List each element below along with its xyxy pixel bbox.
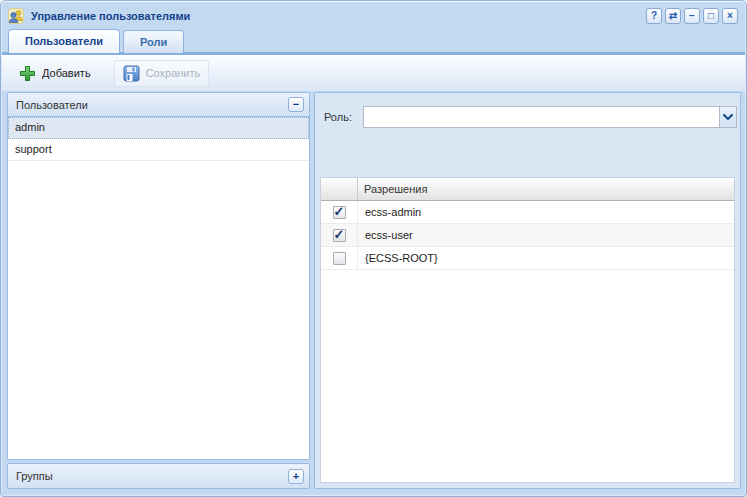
- refresh-button[interactable]: ⇄: [665, 8, 681, 24]
- add-button-label: Добавить: [42, 67, 91, 79]
- minimize-button[interactable]: −: [684, 8, 700, 24]
- toolbar: Добавить Сохранить: [2, 55, 745, 91]
- groups-panel-title: Группы: [16, 470, 288, 482]
- grid-header-permissions-col[interactable]: Разрешения: [358, 178, 734, 200]
- help-icon: ?: [651, 10, 657, 21]
- close-button[interactable]: ×: [722, 8, 738, 24]
- users-panel-title: Пользователи: [16, 99, 288, 111]
- collapse-users-button[interactable]: −: [288, 97, 304, 112]
- expand-groups-button[interactable]: +: [288, 469, 304, 484]
- permission-label: {ECSS-ROOT}: [358, 247, 734, 269]
- tab-bar: Пользователи Роли: [8, 29, 739, 53]
- minimize-icon: −: [689, 10, 695, 21]
- role-permissions-panel: Роль: Разрешения ✓ ecss-admin: [314, 92, 741, 489]
- save-floppy-icon: [123, 65, 140, 82]
- list-item-admin[interactable]: admin: [8, 117, 309, 139]
- maximize-button[interactable]: □: [703, 8, 719, 24]
- table-row[interactable]: ✓ ecss-user: [321, 224, 734, 247]
- left-column: Пользователи − admin support Группы +: [7, 92, 310, 489]
- checkbox-ecss-user[interactable]: ✓: [333, 229, 346, 242]
- window-controls: ? ⇄ − □ ×: [646, 8, 738, 24]
- table-row[interactable]: ✓ ecss-admin: [321, 201, 734, 224]
- groups-panel-collapsed[interactable]: Группы +: [7, 463, 310, 489]
- plus-icon: [19, 65, 36, 82]
- maximize-icon: □: [708, 10, 714, 21]
- refresh-icon: ⇄: [669, 10, 677, 21]
- role-dropdown-trigger[interactable]: [719, 107, 736, 127]
- checkbox-cell: ✓: [321, 224, 358, 246]
- tab-users[interactable]: Пользователи: [8, 29, 120, 53]
- check-icon: ✓: [334, 227, 345, 242]
- expand-icon: +: [293, 470, 299, 482]
- users-group-icon: [8, 8, 24, 24]
- permissions-grid: Разрешения ✓ ecss-admin ✓ ecss-user ✓ {E…: [320, 177, 735, 483]
- role-input[interactable]: [364, 107, 719, 127]
- save-button[interactable]: Сохранить: [114, 60, 210, 87]
- grid-header: Разрешения: [321, 178, 734, 201]
- users-panel: Пользователи − admin support: [7, 92, 310, 460]
- chevron-down-icon: [723, 114, 733, 121]
- user-list: admin support: [8, 117, 309, 459]
- close-icon: ×: [727, 10, 733, 21]
- table-row[interactable]: ✓ {ECSS-ROOT}: [321, 247, 734, 270]
- help-button[interactable]: ?: [646, 8, 662, 24]
- checkbox-cell: ✓: [321, 247, 358, 269]
- window-titlebar[interactable]: Управление пользователями ? ⇄ − □ ×: [1, 1, 746, 28]
- permission-label: ecss-admin: [358, 201, 734, 223]
- check-icon: ✓: [334, 204, 345, 219]
- collapse-icon: −: [293, 98, 299, 110]
- list-item-support[interactable]: support: [8, 139, 309, 161]
- role-combobox: [363, 106, 737, 128]
- checkbox-ecss-root[interactable]: ✓: [333, 252, 346, 265]
- role-label: Роль:: [324, 111, 352, 123]
- grid-header-checkbox-col[interactable]: [321, 178, 358, 200]
- checkbox-cell: ✓: [321, 201, 358, 223]
- save-button-label: Сохранить: [146, 67, 201, 79]
- checkbox-ecss-admin[interactable]: ✓: [333, 206, 346, 219]
- tab-roles[interactable]: Роли: [123, 30, 184, 53]
- user-management-window: Управление пользователями ? ⇄ − □ × Поль…: [0, 0, 747, 497]
- window-title: Управление пользователями: [31, 10, 646, 22]
- add-button[interactable]: Добавить: [10, 60, 100, 87]
- users-panel-header: Пользователи −: [8, 93, 309, 117]
- permission-label: ecss-user: [358, 224, 734, 246]
